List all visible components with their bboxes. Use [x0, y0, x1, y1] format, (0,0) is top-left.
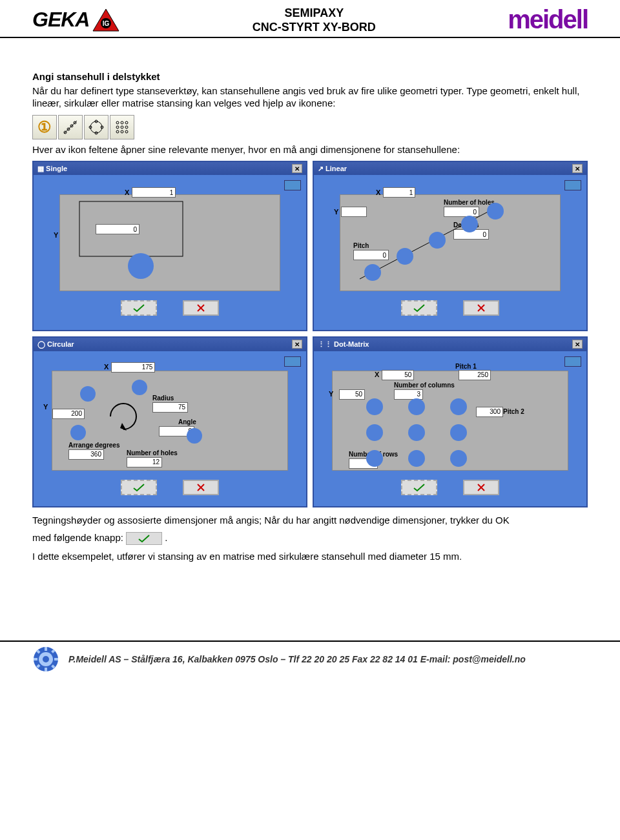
title-line-1: SEMIPAXY	[253, 6, 376, 20]
svg-point-35	[132, 380, 147, 395]
paragraph-5: I dette eksempelet, utfører vi stansing …	[32, 550, 588, 563]
section-heading: Angi stansehull i delstykket	[32, 70, 588, 83]
content-area: Angi stansehull i delstykket Når du har …	[0, 38, 620, 563]
cancel-button[interactable]	[183, 300, 219, 316]
title-line-2: CNC-STYRT XY-BORD	[253, 20, 376, 34]
cancel-button[interactable]	[183, 480, 219, 495]
mode-icon[interactable]	[564, 356, 581, 367]
svg-point-27	[364, 264, 381, 281]
ok-button[interactable]	[121, 480, 157, 495]
svg-point-14	[121, 121, 123, 124]
svg-point-23	[128, 253, 154, 279]
svg-point-46	[450, 424, 467, 441]
paragraph-3: Tegningshøyder og assosierte dimensjoner…	[32, 514, 588, 527]
single-title-text: Single	[46, 165, 67, 172]
gear-icon	[32, 646, 59, 673]
svg-point-18	[125, 126, 128, 128]
matrix-title-text: Dot-Matrix	[334, 340, 369, 348]
svg-point-47	[366, 450, 383, 467]
mode-icon[interactable]	[284, 356, 301, 367]
close-icon[interactable]: ✕	[572, 340, 583, 349]
page-header: GEKA IG SEMIPAXY CNC-STYRT XY-BORD meide…	[0, 0, 620, 38]
svg-point-49	[450, 450, 467, 467]
para4-suffix: .	[165, 532, 167, 543]
dialog-linear: ↗ Linear ✕ X Y Number of holes Degrees P…	[313, 161, 588, 331]
svg-point-16	[116, 126, 119, 128]
svg-point-41	[366, 398, 383, 415]
page-footer: P.Meidell AS – Stålfjæra 16, Kalbakken 0…	[0, 640, 620, 673]
dialog-circular-title: ◯ Circular ✕	[34, 338, 306, 351]
logo-geka: GEKA IG	[32, 8, 120, 32]
close-icon[interactable]: ✕	[292, 164, 302, 173]
paragraph-4: med følgende knapp: .	[32, 531, 588, 545]
dialog-grid: ▦ Single ✕ X Y	[32, 161, 588, 507]
circular-title-text: Circular	[47, 340, 74, 348]
svg-point-43	[450, 398, 467, 415]
ok-button[interactable]	[121, 300, 157, 316]
dialog-matrix-title: ⋮⋮ Dot-Matrix ✕	[314, 338, 586, 351]
mode-icon[interactable]	[564, 180, 581, 190]
dialog-single: ▦ Single ✕ X Y	[32, 161, 307, 331]
geka-wordmark: GEKA	[32, 8, 89, 32]
svg-line-3	[64, 121, 77, 134]
para4-prefix: med følgende knapp:	[32, 532, 126, 543]
svg-point-44	[366, 424, 383, 441]
svg-point-31	[487, 203, 504, 220]
inline-ok-button[interactable]	[126, 532, 162, 545]
dialog-matrix: ⋮⋮ Dot-Matrix ✕ X Pitch 1 Y Number of co…	[313, 336, 588, 507]
footer-text: P.Meidell AS – Stålfjæra 16, Kalbakken 0…	[68, 654, 526, 664]
svg-text:IG: IG	[103, 20, 110, 27]
svg-rect-22	[79, 201, 183, 256]
svg-point-20	[121, 130, 123, 133]
svg-point-17	[121, 126, 123, 128]
svg-point-13	[116, 121, 119, 124]
svg-point-21	[125, 130, 128, 133]
svg-rect-56	[34, 658, 37, 661]
svg-point-48	[408, 450, 425, 467]
cancel-button[interactable]	[463, 300, 499, 316]
cancel-button[interactable]	[463, 480, 499, 495]
svg-rect-54	[45, 647, 47, 651]
svg-point-37	[187, 428, 202, 444]
close-icon[interactable]: ✕	[572, 164, 583, 173]
svg-point-15	[125, 121, 128, 124]
svg-rect-57	[54, 658, 58, 661]
ok-button[interactable]	[401, 300, 437, 316]
svg-point-42	[408, 398, 425, 415]
linear-title-text: Linear	[326, 165, 347, 172]
circular-icon[interactable]	[84, 115, 108, 139]
paragraph-1: Når du har definert type stanseverktøy, …	[32, 85, 588, 110]
dialog-circular: ◯ Circular ✕ X Y Radius Angle Arrange de…	[32, 336, 307, 507]
svg-point-36	[70, 425, 86, 440]
svg-point-29	[429, 232, 446, 249]
close-icon[interactable]: ✕	[292, 340, 302, 349]
logo-meidell: meidell	[508, 5, 588, 34]
svg-point-30	[461, 216, 478, 232]
svg-point-45	[408, 424, 425, 441]
svg-point-19	[116, 130, 119, 133]
dialog-linear-title: ↗ Linear ✕	[314, 162, 586, 175]
mode-icon[interactable]	[284, 180, 301, 190]
header-title: SEMIPAXY CNC-STYRT XY-BORD	[253, 6, 376, 34]
ok-button[interactable]	[401, 480, 437, 495]
geka-triangle-icon: IG	[92, 8, 120, 32]
svg-rect-55	[45, 668, 47, 671]
geometry-icon-row: ①	[32, 115, 588, 139]
svg-point-62	[43, 656, 49, 662]
svg-point-8	[90, 121, 102, 133]
linear-icon[interactable]	[58, 115, 83, 139]
matrix-icon[interactable]	[110, 115, 134, 139]
svg-point-28	[397, 248, 413, 265]
dialog-single-title: ▦ Single ✕	[34, 162, 306, 175]
single-icon[interactable]: ①	[32, 115, 57, 139]
svg-point-34	[80, 386, 96, 402]
paragraph-2: Hver av ikon feltene åpner sine relevant…	[32, 143, 588, 156]
